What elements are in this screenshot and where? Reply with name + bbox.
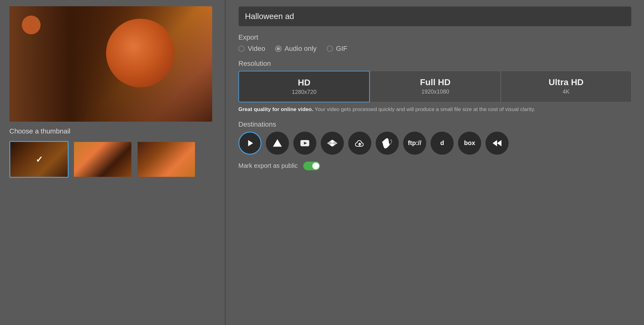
dest-ftp-button[interactable]: ftp://: [403, 132, 426, 155]
export-options: Video Audio only GIF: [238, 45, 632, 53]
checkmark-icon: ✓: [36, 154, 43, 165]
res-hd-button[interactable]: HD 1280x720: [238, 71, 370, 102]
left-panel: Choose a thumbnail ✓: [0, 0, 225, 325]
dest-direct-button[interactable]: [238, 132, 261, 155]
svg-marker-0: [248, 140, 253, 146]
dailymotion-label: d: [440, 139, 444, 147]
thumbnail-1[interactable]: ✓: [9, 141, 69, 178]
dest-youtube-button[interactable]: [293, 132, 316, 155]
video-radio[interactable]: [238, 46, 245, 52]
resolution-section: Resolution HD 1280x720 Full HD 1920x1080…: [238, 60, 632, 114]
public-toggle-row: Mark export as public: [238, 162, 632, 170]
video-label: Video: [248, 45, 265, 53]
res-hd-title: HD: [298, 78, 310, 88]
cloud-icon: [354, 138, 365, 148]
vimeo-icon: [382, 138, 393, 148]
destinations-grid: ftp:// d box: [238, 132, 632, 155]
dest-rewind-button[interactable]: [485, 132, 509, 155]
thumbnail-2[interactable]: [73, 141, 132, 178]
right-panel: Export Video Audio only GIF Resolution H…: [226, 0, 644, 325]
gif-radio[interactable]: [327, 46, 333, 52]
public-toggle[interactable]: [303, 162, 320, 170]
public-label: Mark export as public: [238, 162, 298, 169]
svg-marker-9: [493, 140, 497, 146]
res-hd-sub: 1280x720: [292, 89, 316, 95]
dest-cloud-button[interactable]: [348, 132, 371, 155]
audio-label: Audio only: [285, 45, 317, 53]
export-label: Export: [238, 33, 632, 41]
ftp-label: ftp://: [408, 139, 421, 147]
export-gif-option[interactable]: GIF: [327, 45, 348, 53]
dest-vimeo-button[interactable]: [376, 132, 399, 155]
play-icon: [245, 138, 255, 148]
resolution-hint: Great quality for online video. Your vid…: [238, 105, 632, 114]
thumbnail-3[interactable]: [137, 141, 196, 178]
dropbox-icon: [327, 138, 338, 148]
resolution-label: Resolution: [238, 60, 632, 68]
rewind-icon: [492, 138, 502, 148]
res-fullhd-button[interactable]: Full HD 1920x1080: [370, 71, 500, 102]
dest-box-button[interactable]: box: [458, 132, 481, 155]
res-ultrahd-title: Ultra HD: [549, 77, 583, 87]
res-fullhd-sub: 1920x1080: [421, 89, 449, 95]
export-video-option[interactable]: Video: [238, 45, 265, 53]
thumbnails-row: ✓: [9, 141, 215, 178]
title-input[interactable]: [238, 6, 632, 27]
destinations-section: Destinations: [238, 120, 632, 155]
thumbnail-label: Choose a thumbnail: [9, 127, 215, 135]
dest-drive-button[interactable]: [266, 132, 289, 155]
svg-marker-10: [497, 140, 501, 146]
res-fullhd-title: Full HD: [420, 77, 451, 87]
gif-label: GIF: [336, 45, 348, 53]
dest-dropbox-button[interactable]: [321, 132, 344, 155]
resolution-hint-rest: Your video gets processed quickly and wi…: [315, 106, 535, 112]
toggle-knob: [312, 162, 319, 169]
video-preview: [9, 6, 212, 122]
export-audio-option[interactable]: Audio only: [275, 45, 317, 53]
dest-dailymotion-button[interactable]: d: [431, 132, 454, 155]
audio-radio[interactable]: [275, 46, 281, 52]
resolution-hint-bold: Great quality for online video.: [238, 106, 313, 112]
resolution-buttons: HD 1280x720 Full HD 1920x1080 Ultra HD 4…: [238, 71, 632, 102]
res-ultrahd-sub: 4K: [563, 89, 569, 95]
export-section: Export Video Audio only GIF: [238, 33, 632, 53]
destinations-label: Destinations: [238, 120, 632, 129]
box-label: box: [464, 139, 475, 147]
drive-icon: [272, 138, 283, 148]
res-ultrahd-button[interactable]: Ultra HD 4K: [501, 71, 632, 102]
youtube-icon: [300, 138, 310, 148]
